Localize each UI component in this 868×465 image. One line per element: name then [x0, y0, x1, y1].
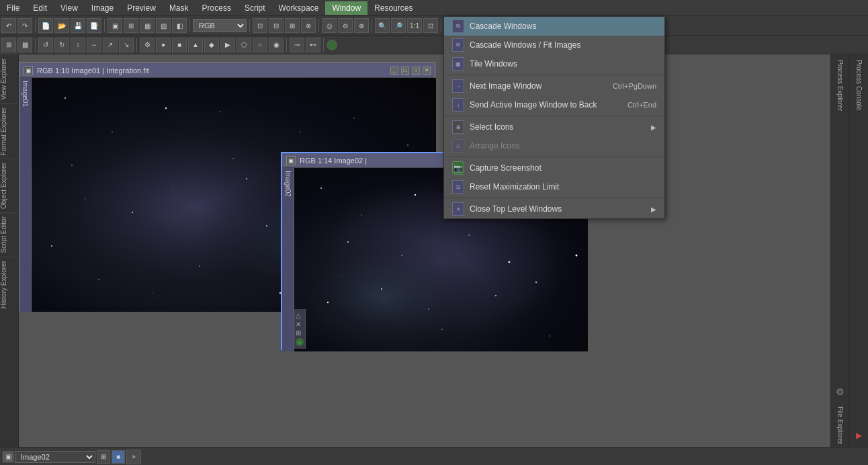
win1-minimize[interactable]: _	[390, 67, 398, 75]
menu-next-image[interactable]: → Next Image Window Ctrl+PgDown	[444, 77, 664, 95]
r3[interactable]: ↺	[38, 38, 53, 52]
t10[interactable]: ◎	[322, 18, 337, 33]
cascade-windows-icon: ⧉	[452, 20, 464, 32]
open-btn[interactable]: 📂	[54, 18, 69, 33]
t9[interactable]: ⊕	[301, 18, 316, 33]
image-window-1-title[interactable]: ▣ RGB 1:10 Image01 | Integration.fit _ □…	[19, 63, 435, 78]
arrange-icons-icon-box: ⊟	[452, 139, 464, 153]
t5[interactable]: ◧	[172, 18, 187, 33]
redo-btn[interactable]: ↷	[17, 18, 32, 33]
process-console-label[interactable]: Process Console	[855, 57, 863, 114]
menu-cascade-windows[interactable]: ⧉ Cascade Windows	[444, 17, 664, 36]
bt1[interactable]: ▣	[3, 452, 13, 462]
menu-mask[interactable]: Mask	[163, 1, 196, 15]
t1[interactable]: ▣	[107, 18, 122, 33]
bt4[interactable]: »	[126, 450, 141, 464]
r7[interactable]: ↗	[103, 38, 118, 52]
zoom-out[interactable]: 🔎	[391, 18, 406, 33]
sidebar-item-object-explorer[interactable]: Object Explorer	[0, 159, 18, 212]
image2-icon1[interactable]: △	[296, 312, 304, 319]
t11[interactable]: ⊖	[338, 18, 353, 33]
r10[interactable]: ●	[156, 38, 171, 52]
r1[interactable]: ⊞	[1, 38, 16, 52]
settings-icon[interactable]: ⚙	[836, 386, 844, 397]
win1-restore[interactable]: ↕	[412, 67, 420, 75]
save2-btn[interactable]: 📑	[87, 18, 101, 33]
r6[interactable]: ↔	[87, 38, 101, 52]
menu-edit[interactable]: Edit	[26, 1, 54, 15]
menu-resources[interactable]: Resources	[367, 1, 419, 15]
cascade-windows-label: Cascade Windows	[470, 22, 656, 31]
menu-select-icons[interactable]: ⊞ Select Icons ▶	[444, 118, 664, 136]
r2[interactable]: ▦	[17, 38, 32, 52]
r17[interactable]: ◉	[269, 38, 284, 52]
stop-icon[interactable]: ▶	[856, 431, 862, 440]
t7[interactable]: ⊟	[269, 18, 284, 33]
menu-close-top[interactable]: ✕ Close Top Level Windows ▶	[444, 200, 664, 218]
bt2[interactable]: ⊞	[97, 450, 110, 464]
sidebar-item-file-explorer[interactable]: File Explorer	[836, 404, 844, 447]
t12[interactable]: ⊗	[354, 18, 369, 33]
menu-workspace[interactable]: Workspace	[272, 1, 326, 15]
win1-close[interactable]: ✕	[423, 67, 431, 75]
r19[interactable]: ⊷	[306, 38, 320, 52]
sidebar-item-process-explorer[interactable]: Process Explorer	[836, 57, 844, 114]
r18[interactable]: ⊸	[290, 38, 304, 52]
r15[interactable]: ⬠	[236, 38, 251, 52]
image-select[interactable]: Image02	[15, 451, 95, 463]
new-btn[interactable]: 📄	[38, 18, 53, 33]
r4[interactable]: ↻	[54, 38, 69, 52]
send-back-icon-box: ↓	[452, 98, 464, 112]
sep11	[323, 38, 324, 52]
win1-maximize[interactable]: □	[401, 67, 409, 75]
t8[interactable]: ⊞	[285, 18, 300, 33]
menu-file[interactable]: File	[0, 1, 26, 15]
sidebar-item-format-explorer[interactable]: Format Explorer	[0, 103, 18, 159]
menu-capture-screenshot[interactable]: 📷 Capture Screenshot	[444, 159, 664, 177]
r9[interactable]: ⚙	[140, 38, 155, 52]
t3[interactable]: ▦	[140, 18, 155, 33]
r5[interactable]: ↕	[71, 38, 85, 52]
r11[interactable]: ■	[172, 38, 187, 52]
color-mode-select[interactable]: RGB	[193, 19, 247, 32]
svg-point-15	[152, 292, 153, 293]
camera-icon-box: 📷	[452, 161, 464, 175]
menu-script[interactable]: Script	[238, 1, 272, 15]
image2-side-tab[interactable]: Image02	[282, 168, 294, 351]
reset-max-label: Reset Maximization Limit	[470, 182, 656, 192]
r13[interactable]: ◆	[204, 38, 219, 52]
undo-btn[interactable]: ↶	[1, 18, 16, 33]
tile-icon-box: ▦	[452, 57, 464, 71]
menu-preview[interactable]: Preview	[120, 1, 163, 15]
menu-image[interactable]: Image	[85, 1, 120, 15]
r8[interactable]: ↘	[119, 38, 134, 52]
t6[interactable]: ⊡	[253, 18, 267, 33]
menu-window[interactable]: Window	[325, 1, 367, 15]
image2-icon4[interactable]: ●	[296, 338, 304, 346]
t4[interactable]: ▧	[156, 18, 171, 33]
t2[interactable]: ⊞	[124, 18, 138, 33]
menu-reset-max[interactable]: ⊡ Reset Maximization Limit	[444, 177, 664, 196]
zoom-1[interactable]: 1:1	[407, 18, 422, 33]
menu-tile-windows[interactable]: ▦ Tile Windows	[444, 54, 664, 73]
sidebar-item-script-editor[interactable]: Script Editor	[0, 212, 18, 256]
menu-send-back[interactable]: ↓ Send Active Image Window to Back Ctrl+…	[444, 95, 664, 114]
zoom-in[interactable]: 🔍	[375, 18, 390, 33]
image1-side-tab[interactable]: Image01	[19, 78, 32, 312]
sidebar-item-view-explorer[interactable]: View Explorer	[0, 54, 18, 103]
bt3[interactable]: ■	[112, 450, 125, 464]
menu-cascade-fit[interactable]: ⧉ Cascade Windows / Fit Images	[444, 36, 664, 54]
menu-view[interactable]: View	[54, 1, 85, 15]
image2-icon3[interactable]: ⊞	[296, 329, 304, 337]
r14[interactable]: ▶	[220, 38, 235, 52]
next-image-label: Next Image Window	[470, 81, 607, 91]
zoom-fit[interactable]: ⊡	[423, 18, 438, 33]
sidebar-item-history-explorer[interactable]: History Explorer	[0, 257, 18, 312]
cascade-fit-icon: ⧉	[452, 39, 464, 51]
image2-icon2[interactable]: ✕	[296, 321, 304, 328]
save-btn[interactable]: 💾	[71, 18, 85, 33]
r16[interactable]: ○	[253, 38, 267, 52]
r12[interactable]: ▲	[188, 38, 203, 52]
r20[interactable]	[327, 40, 337, 50]
menu-process[interactable]: Process	[196, 1, 238, 15]
